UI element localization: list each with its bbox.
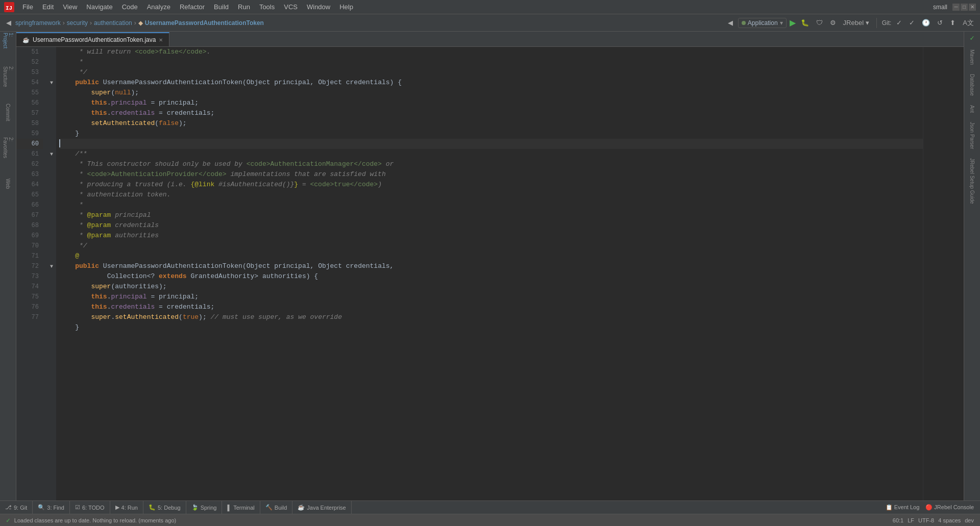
- line-num-55: 55: [16, 88, 43, 98]
- nav-back-btn[interactable]: ◀: [726, 18, 735, 28]
- breadcrumb-authentication[interactable]: authentication: [94, 19, 132, 27]
- breadcrumb-security[interactable]: security: [67, 19, 88, 27]
- jrebel-console-btn[interactable]: 🔴 JRebel Console: [925, 504, 974, 511]
- bottom-tab-todo[interactable]: ☑ 6: TODO: [70, 501, 110, 514]
- run-play-button[interactable]: ▶: [790, 18, 796, 28]
- menu-edit[interactable]: Edit: [38, 2, 58, 12]
- menu-file[interactable]: File: [18, 2, 37, 12]
- run-config-dropdown[interactable]: ▾: [780, 19, 783, 27]
- breadcrumb-springframework[interactable]: springframework: [15, 19, 61, 27]
- menu-tools[interactable]: Tools: [255, 2, 279, 12]
- bottom-tab-terminal[interactable]: ▌ Terminal: [222, 501, 260, 514]
- git-checkmark2[interactable]: ✓: [907, 18, 917, 28]
- indent[interactable]: 4 spaces: [938, 517, 961, 523]
- cursor-position[interactable]: 60:1: [893, 517, 903, 523]
- bottom-tab-find[interactable]: 🔍 3: Find: [33, 501, 70, 514]
- right-label-database[interactable]: Database: [969, 70, 975, 100]
- right-sidebar: ✓ Maven Database Ant Json Parser JRebel …: [964, 32, 980, 500]
- git-checkmark1[interactable]: ✓: [894, 18, 904, 28]
- sidebar-icon-favorites[interactable]: 2: Favorites: [1, 141, 15, 155]
- line-num-59: 59: [16, 129, 43, 139]
- menu-help[interactable]: Help: [335, 2, 357, 12]
- git-undo[interactable]: ↺: [935, 18, 945, 28]
- line-num-56: 56: [16, 98, 43, 108]
- terminal-icon: ▌: [227, 505, 231, 511]
- line-num-71: 71: [16, 251, 43, 261]
- git-push[interactable]: ⬆: [948, 18, 958, 28]
- translate-button[interactable]: A文: [961, 17, 976, 29]
- right-label-json[interactable]: Json Parser: [969, 118, 975, 153]
- bottom-tab-run[interactable]: ▶ 4: Run: [110, 501, 143, 514]
- menu-code[interactable]: Code: [118, 2, 142, 12]
- sidebar-icon-project[interactable]: 1: Project: [1, 34, 15, 48]
- code-line-59: }: [59, 129, 923, 139]
- menu-build[interactable]: Build: [210, 2, 233, 12]
- breadcrumb: springframework › security › authenticat…: [15, 19, 264, 27]
- profile-button[interactable]: ⚙: [828, 18, 838, 28]
- code-line-72: public UsernamePasswordAuthenticationTok…: [59, 261, 923, 271]
- close-button[interactable]: ✕: [969, 4, 976, 11]
- line-num-65: 65: [16, 190, 43, 200]
- bottom-tab-debug[interactable]: 🐛 5: Debug: [143, 501, 186, 514]
- code-line-63: * <code>AuthenticationProvider</code> im…: [59, 169, 923, 180]
- code-line-74: this.principal = principal;: [59, 292, 923, 302]
- coverage-button[interactable]: 🛡: [814, 18, 825, 28]
- bottom-tab-java[interactable]: ☕ Java Enterprise: [292, 501, 351, 514]
- app-logo: IJ: [4, 2, 14, 12]
- bottom-tab-spring[interactable]: 🍃 Spring: [186, 501, 223, 514]
- line-separator[interactable]: LF: [908, 517, 914, 523]
- line-num-73: 73: [16, 271, 43, 282]
- tab-filename: UsernamePasswordAuthenticationToken.java: [33, 36, 156, 43]
- back-button[interactable]: ◀: [4, 18, 13, 28]
- code-line-68: * @param credentials: [59, 220, 923, 231]
- breadcrumb-class[interactable]: UsernamePasswordAuthenticationToken: [145, 19, 264, 27]
- right-label-ant[interactable]: Ant: [969, 101, 975, 117]
- sidebar-icon-structure[interactable]: 2: Structure: [1, 69, 15, 84]
- fold-54[interactable]: ▼: [47, 78, 56, 88]
- bottom-tab-build[interactable]: 🔨 Build: [260, 501, 292, 514]
- code-line-51: * will return <code>false</code>.: [59, 47, 923, 57]
- fold-72[interactable]: ▼: [47, 261, 56, 271]
- line-num-70: 70: [16, 241, 43, 251]
- run-label: 4: Run: [121, 505, 138, 511]
- jrebel-button[interactable]: JRebel ▾: [841, 18, 871, 28]
- menu-view[interactable]: View: [59, 2, 81, 12]
- fold-71: [47, 251, 56, 261]
- menu-analyze[interactable]: Analyze: [143, 2, 175, 12]
- menu-refactor[interactable]: Refactor: [176, 2, 209, 12]
- right-label-jrebel[interactable]: JRebel Setup Guide: [969, 154, 975, 208]
- run-configuration: Application ▾: [738, 18, 787, 28]
- line-numbers: 51 52 53 54 55 56 57 58 59 60 61 62 63 6…: [16, 47, 47, 500]
- sidebar-icon-commit[interactable]: Commit: [1, 105, 15, 119]
- menu-window[interactable]: Window: [303, 2, 334, 12]
- maximize-button[interactable]: □: [961, 4, 968, 11]
- code-area[interactable]: * will return <code>false</code>. * */ p…: [56, 47, 923, 500]
- tab-close-button[interactable]: ✕: [159, 37, 163, 43]
- fold-62: [47, 159, 56, 169]
- event-log-btn[interactable]: 📋 Event Log: [886, 504, 920, 511]
- bottom-tab-git[interactable]: ⎇ 9: Git: [0, 501, 33, 514]
- menu-run[interactable]: Run: [234, 2, 254, 12]
- code-line-64: * producing a trusted (i.e. {@link #isAu…: [59, 180, 923, 190]
- fold-51: [47, 47, 56, 57]
- window-title: small: [933, 4, 947, 11]
- sidebar-icon-web[interactable]: Web: [1, 177, 15, 191]
- line-num-60: 60: [16, 139, 43, 149]
- debug-button[interactable]: 🐛: [799, 18, 811, 28]
- status-check-icon: ✓: [6, 516, 10, 524]
- line-num-62: 62: [16, 159, 43, 169]
- code-line-55: super(null);: [59, 88, 923, 98]
- encoding[interactable]: UTF-8: [918, 517, 934, 523]
- minimize-button[interactable]: ─: [952, 4, 960, 11]
- tab-main-file[interactable]: ☕ UsernamePasswordAuthenticationToken.ja…: [16, 32, 169, 46]
- fold-61[interactable]: ▼: [47, 149, 56, 159]
- right-label-maven[interactable]: Maven: [969, 45, 975, 69]
- spring-icon: 🍃: [191, 504, 199, 511]
- fold-52: [47, 57, 56, 67]
- git-history[interactable]: 🕐: [920, 18, 932, 28]
- editor[interactable]: 51 52 53 54 55 56 57 58 59 60 61 62 63 6…: [16, 47, 964, 500]
- git-branch[interactable]: dev: [965, 517, 974, 523]
- menu-navigate[interactable]: Navigate: [82, 2, 116, 12]
- menu-vcs[interactable]: VCS: [280, 2, 302, 12]
- code-line-57: this.credentials = credentials;: [59, 108, 923, 118]
